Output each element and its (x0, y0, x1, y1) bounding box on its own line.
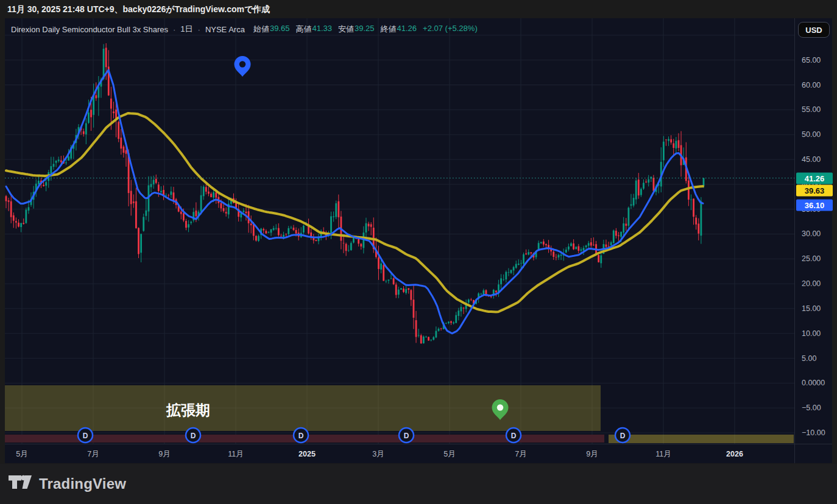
low-label: 安値 (338, 24, 354, 35)
tradingview-logo[interactable]: TradingView (9, 475, 126, 493)
candle-body (168, 195, 169, 196)
candle-body (83, 131, 85, 135)
candle-body (678, 140, 680, 148)
candle-body (258, 236, 260, 240)
dividend-badge-letter: D (404, 432, 409, 440)
close-label: 終値 (381, 24, 397, 35)
candle-body (618, 236, 620, 236)
candle-body (543, 242, 545, 245)
dividend-badge[interactable]: D (294, 428, 308, 443)
candle-body (643, 183, 645, 189)
time-tick-label: 3月 (372, 450, 384, 458)
candle-body (20, 223, 22, 227)
candle-body (445, 323, 447, 324)
candle-body (668, 139, 669, 141)
dividend-badge[interactable]: D (78, 428, 93, 443)
candle-body (418, 335, 420, 335)
tradingview-logo-icon (9, 475, 33, 493)
candle-body (388, 279, 390, 281)
interval-label[interactable]: 1日 (180, 24, 192, 35)
tradingview-logo-text: TradingView (39, 475, 126, 492)
candle-body (693, 198, 694, 217)
dividend-badge-letter: D (191, 432, 196, 440)
candle-body (215, 192, 217, 197)
candle-body (370, 224, 372, 226)
chart-legend[interactable]: Direxion Daily Semiconductor Bull 3x Sha… (11, 24, 478, 35)
candle-body (555, 257, 557, 257)
candle-body (633, 198, 635, 206)
time-tick-label: 2026 (726, 450, 743, 458)
expansion-band-right (609, 435, 794, 443)
candle-body (315, 240, 317, 241)
candle-body (105, 47, 107, 67)
dividend-badge[interactable]: D (186, 428, 200, 443)
open-label: 始値 (253, 24, 269, 35)
dividend-badge[interactable]: D (399, 428, 414, 443)
candle-body (18, 223, 19, 227)
candle-body (577, 247, 579, 251)
candle-body (613, 231, 615, 243)
pin-hole (497, 404, 503, 410)
candle-body (95, 95, 97, 98)
candle-body (430, 340, 432, 340)
candle-body (13, 215, 15, 221)
footer-bar: TradingView (0, 464, 837, 504)
candle-body (461, 307, 462, 311)
candle-body (290, 228, 292, 228)
candle-body (250, 223, 252, 225)
candle-body (425, 337, 427, 337)
candle-body (575, 247, 577, 249)
candle-body (573, 243, 574, 250)
candle-body (663, 142, 665, 161)
tradingview-snapshot: 11月 30, 2025 21:48 UTC+9、backy0226がTradi… (0, 0, 837, 504)
candle-body (703, 178, 705, 186)
candle-body (280, 236, 282, 237)
candle-body (650, 177, 652, 178)
candle-body (428, 337, 429, 340)
last-price-label: 41.26 (796, 173, 833, 184)
candle-body (620, 232, 622, 237)
symbol-title[interactable]: Direxion Daily Semiconductor Bull 3x Sha… (11, 25, 168, 34)
dividend-badge-letter: D (511, 432, 517, 440)
candle-body (598, 255, 599, 262)
candle-body (25, 210, 27, 223)
candle-body (700, 201, 702, 236)
close-value: 41.26 (397, 24, 417, 35)
candle-body (303, 226, 305, 233)
candle-body (245, 212, 247, 213)
candle-body (330, 216, 332, 235)
candle-body (380, 264, 382, 270)
candle-body (348, 250, 350, 251)
candle-body (165, 195, 167, 196)
candle-body (90, 110, 92, 117)
candle-body (113, 111, 115, 113)
change-value: +2.07 (+5.28%) (423, 24, 478, 35)
candle-body (435, 331, 437, 338)
candle-body (405, 289, 407, 293)
candle-body (45, 182, 47, 186)
candle-body (275, 228, 277, 229)
candle-body (413, 299, 415, 318)
candle-body (393, 278, 395, 284)
candle-body (53, 164, 55, 167)
candle-body (335, 203, 337, 217)
candle-body (675, 141, 677, 149)
candle-body (97, 86, 99, 97)
dividend-badge[interactable]: D (506, 428, 521, 443)
candle-body (120, 138, 122, 149)
candle-body (645, 181, 647, 182)
currency-toggle-button[interactable]: USD (798, 22, 830, 38)
candle-body (583, 248, 585, 250)
candle-body (318, 238, 320, 241)
candle-body (513, 267, 515, 271)
candle-body (15, 221, 17, 222)
dividend-badge[interactable]: D (615, 428, 630, 443)
candle-body (540, 242, 542, 243)
candle-body (203, 187, 205, 197)
time-tick-label: 5月 (443, 450, 455, 458)
candle-body (457, 310, 459, 316)
price-chart-canvas[interactable]: 拡張期65.0060.0055.0050.0045.0040.0035.0030… (0, 0, 837, 504)
candle-body (395, 285, 397, 295)
price-tick-label: 5.00 (802, 354, 816, 363)
expansion-zone (5, 385, 601, 431)
